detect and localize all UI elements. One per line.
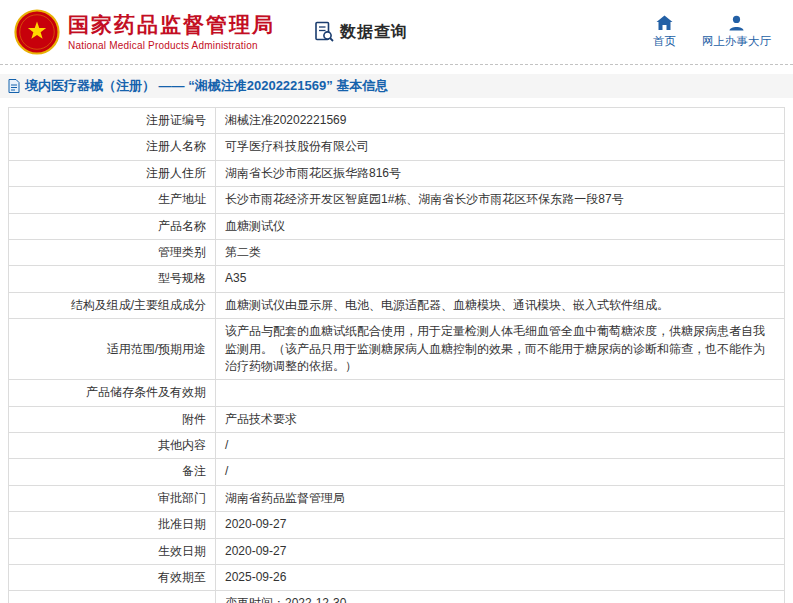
- row-label: 生产地址: [158, 192, 206, 206]
- row-label-cell: 批准日期: [9, 512, 216, 538]
- home-icon: [656, 15, 673, 31]
- row-label-cell: 产品储存条件及有效期: [9, 380, 216, 406]
- row-label: 生效日期: [158, 544, 206, 558]
- info-table-body: 注册证编号湘械注准20202221569注册人名称可孚医疗科技股份有限公司注册人…: [9, 108, 785, 603]
- basic-info-section: 注册证编号湘械注准20202221569注册人名称可孚医疗科技股份有限公司注册人…: [0, 98, 793, 603]
- row-label: 适用范围/预期用途: [107, 342, 206, 356]
- row-value-cell: 产品技术要求: [216, 406, 785, 432]
- table-row: 审批部门湖南省药品监督管理局: [9, 485, 785, 511]
- row-value-cell: 2020-09-27: [216, 538, 785, 564]
- agency-brand: 国家药品监督管理局 National Medical Products Admi…: [14, 9, 275, 55]
- row-label: 产品名称: [158, 219, 206, 233]
- table-row: 有效期至2025-09-26: [9, 565, 785, 591]
- table-row: 注册人住所湖南省长沙市雨花区振华路816号: [9, 160, 785, 186]
- row-label-cell: 产品名称: [9, 213, 216, 239]
- agency-name-cn: 国家药品监督管理局: [68, 13, 275, 37]
- nav-online-service-hall[interactable]: 网上办事大厅: [702, 15, 771, 49]
- row-label: 备注: [182, 464, 206, 478]
- row-value-cell: /: [216, 433, 785, 459]
- data-query-link[interactable]: 数据查询: [313, 21, 408, 43]
- row-label: 有效期至: [158, 570, 206, 584]
- row-label: 管理类别: [158, 245, 206, 259]
- row-value-cell: 2025-09-26: [216, 565, 785, 591]
- row-label-cell: 生产地址: [9, 187, 216, 213]
- header-nav: 首页 网上办事大厅: [653, 15, 779, 49]
- header-divider: [0, 64, 793, 65]
- table-row: 生产地址长沙市雨花经济开发区智庭园1#栋、湖南省长沙市雨花区环保东路一段87号: [9, 187, 785, 213]
- nav-online-service-hall-label: 网上办事大厅: [702, 34, 771, 49]
- row-value-cell: 血糖测试仪: [216, 213, 785, 239]
- table-row: 注册人名称可孚医疗科技股份有限公司: [9, 134, 785, 160]
- row-value-cell: 湘械注准20202221569: [216, 108, 785, 134]
- row-value-cell: 湖南省药品监督管理局: [216, 485, 785, 511]
- row-value-cell: /: [216, 459, 785, 485]
- row-label-cell: 审批部门: [9, 485, 216, 511]
- table-row: 备注/: [9, 459, 785, 485]
- table-row: 适用范围/预期用途该产品与配套的血糖试纸配合使用，用于定量检测人体毛细血管全血中…: [9, 319, 785, 380]
- row-label-cell: 型号规格: [9, 266, 216, 292]
- data-query-label: 数据查询: [340, 22, 408, 43]
- row-value-cell: 长沙市雨花经济开发区智庭园1#栋、湖南省长沙市雨花区环保东路一段87号: [216, 187, 785, 213]
- row-label: 结构及组成/主要组成成分: [71, 298, 206, 312]
- row-label: 其他内容: [158, 438, 206, 452]
- row-label: 产品储存条件及有效期: [86, 385, 206, 399]
- row-label: 批准日期: [158, 517, 206, 531]
- row-value-cell: 第二类: [216, 239, 785, 265]
- row-label-cell: 注册人名称: [9, 134, 216, 160]
- row-value-cell: 变更时间：2022-12-30 变更内容：1、变更生产地址由“长沙市雨花经济开发…: [216, 591, 785, 603]
- row-label: 注册人住所: [146, 166, 206, 180]
- table-row: 型号规格A35: [9, 266, 785, 292]
- table-row: 管理类别第二类: [9, 239, 785, 265]
- table-row: 产品储存条件及有效期: [9, 380, 785, 406]
- row-label-cell: 适用范围/预期用途: [9, 319, 216, 380]
- row-label-cell: 其他内容: [9, 433, 216, 459]
- row-label-cell: 备注: [9, 459, 216, 485]
- row-label-cell: 注册证编号: [9, 108, 216, 134]
- registration-doc-icon: [8, 79, 20, 93]
- document-search-icon: [313, 21, 335, 43]
- table-row: 变更情况变更时间：2022-12-30 变更内容：1、变更生产地址由“长沙市雨花…: [9, 591, 785, 603]
- row-label: 审批部门: [158, 491, 206, 505]
- site-header: 国家药品监督管理局 National Medical Products Admi…: [0, 0, 793, 64]
- table-row: 生效日期2020-09-27: [9, 538, 785, 564]
- basic-info-table: 注册证编号湘械注准20202221569注册人名称可孚医疗科技股份有限公司注册人…: [8, 107, 785, 603]
- table-row: 结构及组成/主要组成成分血糖测试仪由显示屏、电池、电源适配器、血糖模块、通讯模块…: [9, 292, 785, 318]
- person-icon: [728, 15, 745, 31]
- row-value-cell: 该产品与配套的血糖试纸配合使用，用于定量检测人体毛细血管全血中葡萄糖浓度，供糖尿…: [216, 319, 785, 380]
- nav-home-label: 首页: [653, 34, 676, 49]
- row-label: 注册人名称: [146, 139, 206, 153]
- page-title: 境内医疗器械（注册） —— “湘械注准20202221569” 基本信息: [25, 77, 388, 95]
- table-row: 附件产品技术要求: [9, 406, 785, 432]
- row-label: 附件: [182, 412, 206, 426]
- table-row: 批准日期2020-09-27: [9, 512, 785, 538]
- table-row: 注册证编号湘械注准20202221569: [9, 108, 785, 134]
- row-label: 注册证编号: [146, 113, 206, 127]
- row-label-cell: 生效日期: [9, 538, 216, 564]
- row-label-cell: 有效期至: [9, 565, 216, 591]
- row-value-cell: A35: [216, 266, 785, 292]
- agency-name-block: 国家药品监督管理局 National Medical Products Admi…: [68, 13, 275, 51]
- row-value-cell: [216, 380, 785, 406]
- page-title-bar: 境内医疗器械（注册） —— “湘械注准20202221569” 基本信息: [0, 74, 793, 98]
- nav-home[interactable]: 首页: [653, 15, 676, 49]
- row-label-cell: 附件: [9, 406, 216, 432]
- agency-name-en: National Medical Products Administration: [68, 40, 275, 51]
- national-emblem-logo: [14, 9, 60, 55]
- row-label-cell: 注册人住所: [9, 160, 216, 186]
- row-label-cell: 管理类别: [9, 239, 216, 265]
- row-label: 型号规格: [158, 271, 206, 285]
- row-value-cell: 2020-09-27: [216, 512, 785, 538]
- row-label-cell: 变更情况: [9, 591, 216, 603]
- table-row: 产品名称血糖测试仪: [9, 213, 785, 239]
- row-value-cell: 血糖测试仪由显示屏、电池、电源适配器、血糖模块、通讯模块、嵌入式软件组成。: [216, 292, 785, 318]
- row-value-cell: 湖南省长沙市雨花区振华路816号: [216, 160, 785, 186]
- row-label-cell: 结构及组成/主要组成成分: [9, 292, 216, 318]
- row-value-cell: 可孚医疗科技股份有限公司: [216, 134, 785, 160]
- table-row: 其他内容/: [9, 433, 785, 459]
